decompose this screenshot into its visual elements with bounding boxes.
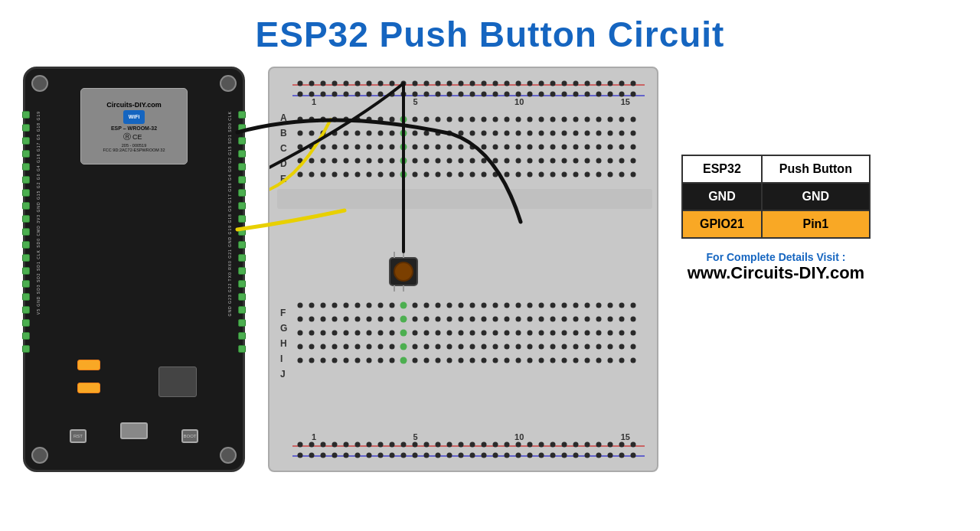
svg-point-29: [562, 117, 567, 122]
svg-point-403: [378, 453, 384, 458]
svg-point-279: [332, 358, 338, 363]
svg-point-436: [400, 357, 407, 364]
svg-point-168: [436, 303, 441, 308]
svg-point-208: [550, 317, 556, 322]
page-title: ESP32 Push Button Circuit: [0, 0, 980, 55]
svg-point-422: [596, 453, 602, 458]
svg-point-98: [321, 158, 326, 164]
svg-point-382: [482, 442, 487, 448]
svg-point-218: [321, 331, 326, 336]
svg-point-394: [619, 442, 625, 448]
svg-point-68: [321, 145, 326, 150]
svg-point-303: [608, 358, 613, 363]
svg-point-90: [573, 145, 579, 150]
left-pin-labels: V5 GND SD3 SD2 SD1 CLK SD0 CMD 3V3 GND G…: [36, 111, 41, 314]
svg-point-113: [493, 158, 498, 164]
svg-point-268: [550, 344, 556, 350]
svg-point-347: [424, 92, 430, 97]
svg-point-214: [619, 317, 625, 322]
module-model: ESP – WROOM-32: [111, 125, 157, 131]
pin-l11: [22, 241, 30, 249]
svg-point-274: [619, 344, 625, 350]
pin-l1: [22, 111, 30, 119]
svg-point-395: [631, 442, 636, 448]
svg-point-284: [390, 358, 395, 363]
pb-gnd: GND: [762, 183, 870, 210]
svg-point-417: [539, 453, 544, 458]
svg-point-298: [550, 358, 556, 363]
svg-point-246: [298, 344, 303, 350]
svg-point-373: [378, 442, 384, 448]
svg-point-65: [631, 131, 636, 136]
svg-point-247: [309, 344, 315, 350]
svg-point-398: [321, 453, 326, 458]
svg-point-304: [619, 358, 625, 363]
svg-point-231: [470, 331, 475, 336]
svg-point-151: [585, 172, 590, 178]
svg-point-425: [631, 453, 636, 458]
svg-point-156: [298, 303, 303, 308]
svg-point-159: [332, 303, 338, 308]
svg-point-22: [482, 117, 487, 122]
svg-point-240: [573, 331, 579, 336]
table-header-push-button: Push Button: [762, 155, 870, 183]
svg-point-433: [400, 316, 407, 323]
svg-point-355: [516, 92, 521, 97]
svg-point-62: [596, 131, 602, 136]
svg-point-410: [459, 453, 464, 458]
chip: [158, 366, 197, 397]
svg-point-420: [573, 453, 579, 458]
svg-point-369: [332, 442, 338, 448]
svg-point-376: [413, 442, 418, 448]
svg-point-374: [390, 442, 395, 448]
svg-point-243: [608, 331, 613, 336]
svg-point-125: [631, 158, 636, 164]
svg-point-78: [436, 145, 441, 150]
svg-point-297: [539, 358, 544, 363]
svg-point-114: [505, 158, 510, 164]
svg-point-325: [516, 81, 521, 86]
svg-point-181: [585, 303, 590, 308]
svg-point-106: [413, 158, 418, 164]
svg-point-79: [447, 145, 452, 150]
svg-point-363: [608, 92, 613, 97]
pin-r2: [238, 124, 246, 132]
svg-point-406: [413, 453, 418, 458]
svg-point-276: [298, 358, 303, 363]
svg-point-393: [608, 442, 613, 448]
svg-point-150: [573, 172, 579, 178]
svg-point-402: [367, 453, 372, 458]
svg-point-209: [562, 317, 567, 322]
svg-point-318: [436, 81, 441, 86]
svg-rect-426: [277, 189, 652, 209]
connection-table: ESP32 Push Button GND GND GPIO21 Pin1: [681, 155, 871, 239]
svg-point-192: [367, 317, 372, 322]
svg-point-50: [459, 131, 464, 136]
svg-point-409: [447, 453, 452, 458]
svg-point-202: [482, 317, 487, 322]
svg-point-167: [424, 303, 430, 308]
boot-button[interactable]: BOOT: [181, 429, 198, 443]
table-row-gpio: GPIO21 Pin1: [682, 210, 870, 238]
svg-point-74: [390, 145, 395, 150]
svg-point-421: [585, 453, 590, 458]
svg-point-366: [298, 442, 303, 448]
rst-button[interactable]: RST: [70, 429, 87, 443]
svg-point-203: [493, 317, 498, 322]
pin-l14: [22, 280, 30, 288]
svg-point-278: [321, 358, 326, 363]
svg-point-182: [596, 303, 602, 308]
pin-l19: [22, 345, 30, 353]
svg-point-256: [413, 344, 418, 350]
svg-point-81: [470, 145, 475, 150]
svg-point-359: [562, 92, 567, 97]
svg-point-174: [505, 303, 510, 308]
pin-r17: [238, 319, 246, 327]
svg-point-70: [344, 145, 349, 150]
svg-point-27: [539, 117, 544, 122]
svg-point-309: [332, 81, 338, 86]
svg-point-259: [447, 344, 452, 350]
svg-point-362: [596, 92, 602, 97]
breadboard: 1 5 10 15 A B C D E F G H I J: [268, 67, 658, 472]
svg-point-46: [413, 131, 418, 136]
